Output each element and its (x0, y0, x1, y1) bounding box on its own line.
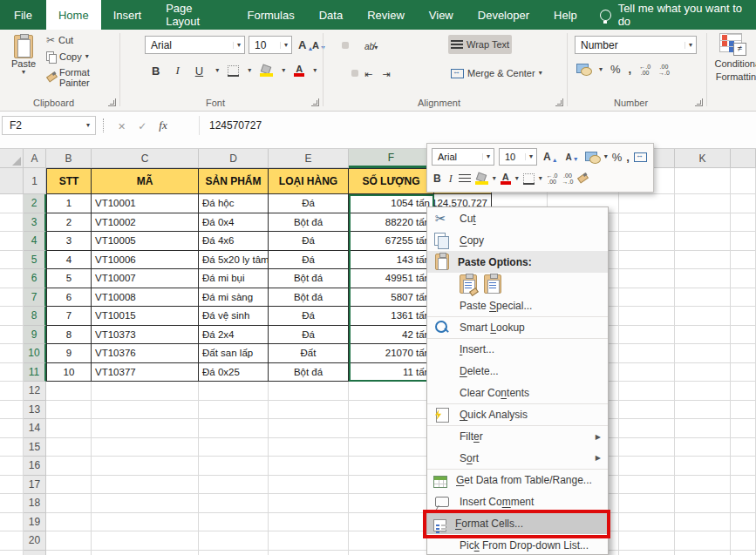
conditional-formatting-button[interactable]: Conditional Formatting (712, 33, 756, 84)
paste-option-icon[interactable] (460, 274, 477, 294)
merge-center-button[interactable]: Merge & Center (448, 64, 545, 83)
tab-file[interactable]: File (0, 0, 46, 30)
tab-view[interactable]: View (417, 0, 466, 30)
cell-C3[interactable]: Đá 0x4 (199, 213, 269, 233)
cell-blank[interactable] (619, 213, 675, 233)
cell-blank[interactable] (269, 494, 349, 513)
cell-A11[interactable]: 10 (46, 363, 92, 382)
cell-blank[interactable] (92, 551, 199, 555)
comma-style-button[interactable]: , (629, 63, 632, 76)
menu-item-sort[interactable]: Sort (427, 447, 608, 469)
menu-item-insert-comment[interactable]: Insert Comment (427, 491, 608, 512)
cell-blank[interactable] (675, 419, 731, 438)
tab-home[interactable]: Home (46, 0, 101, 30)
cut-button[interactable]: Cut (44, 33, 119, 47)
menu-item-filter[interactable]: Filter (427, 425, 608, 447)
menu-item-paste-special[interactable]: Paste Special... (427, 294, 608, 316)
cell-blank[interactable] (731, 531, 756, 551)
chevron-down-icon[interactable] (313, 67, 317, 74)
cell-A2[interactable]: 1 (46, 194, 92, 213)
cell-C7[interactable]: Đá mi sàng (199, 288, 269, 308)
underline-button[interactable]: U (192, 64, 207, 78)
bottom-align-button[interactable] (351, 42, 358, 49)
cell-blank[interactable] (92, 419, 199, 438)
tab-data[interactable]: Data (307, 0, 355, 30)
increase-indent-button[interactable] (378, 62, 393, 85)
cell-blank[interactable] (0, 382, 24, 401)
tab-insert[interactable]: Insert (101, 0, 154, 30)
cell-blank[interactable] (92, 457, 199, 476)
decrease-decimal-button[interactable]: .00 →.0 (658, 64, 670, 76)
cell-blank[interactable] (199, 551, 269, 555)
column-header-D[interactable]: D (199, 149, 269, 168)
cell-blank[interactable] (269, 419, 349, 438)
cell-blank[interactable] (619, 476, 675, 495)
cell-blank[interactable] (675, 288, 731, 308)
cell-blank[interactable] (0, 494, 24, 513)
mini-decrease-decimal-button[interactable]: .00 →.0 (562, 173, 574, 185)
cell-blank[interactable] (0, 194, 24, 213)
cell-blank[interactable] (199, 494, 269, 513)
cell-blank[interactable] (0, 438, 24, 457)
cell-blank[interactable] (675, 168, 731, 194)
cell-blank[interactable] (269, 438, 349, 457)
cell-blank[interactable] (675, 494, 731, 513)
number-dialog-launcher-icon[interactable] (695, 98, 703, 106)
cell-blank[interactable] (731, 551, 756, 555)
cell-blank[interactable] (46, 513, 92, 532)
mini-accounting-format-icon[interactable] (585, 152, 600, 163)
row-header-17[interactable]: 17 (24, 476, 46, 495)
cell-blank[interactable] (0, 531, 24, 551)
cell-D5[interactable]: Đá (269, 251, 349, 270)
cell-blank[interactable] (0, 419, 24, 438)
cell-A4[interactable]: 3 (46, 232, 92, 251)
chevron-down-icon[interactable] (604, 153, 608, 160)
menu-item-paste-option-icons[interactable] (427, 273, 608, 294)
cell-D9[interactable]: Đá (269, 326, 349, 345)
cell-blank[interactable] (675, 269, 731, 288)
wrap-text-button[interactable]: Wrap Text (448, 35, 512, 54)
cell-blank[interactable] (269, 551, 349, 555)
menu-item-get-data[interactable]: Get Data from Table/Range... (427, 469, 608, 491)
tell-me-box[interactable]: Tell me what you want to do (600, 0, 756, 30)
cell-blank[interactable] (0, 213, 24, 233)
cell-B8[interactable]: VT10015 (92, 307, 199, 326)
menu-item-pick-from-list[interactable]: Pick From Drop-down List... (427, 534, 608, 555)
column-header-F[interactable]: F (349, 149, 434, 168)
cell-blank[interactable] (349, 419, 434, 438)
row-header-2[interactable]: 2 (24, 194, 46, 213)
cell-B7[interactable]: VT10008 (92, 288, 199, 308)
paste-button[interactable]: Paste (5, 33, 42, 94)
mini-merge-center-icon[interactable] (634, 152, 647, 162)
cell-blank[interactable] (269, 457, 349, 476)
column-header-col11[interactable] (731, 149, 756, 168)
header-cell-LOẠI HÀNG[interactable]: LOẠI HÀNG (269, 168, 349, 194)
row-header-19[interactable]: 19 (24, 513, 46, 532)
cell-blank[interactable] (199, 438, 269, 457)
cell-blank[interactable] (619, 419, 675, 438)
cell-blank[interactable] (0, 344, 24, 363)
row-header-16[interactable]: 16 (24, 457, 46, 476)
cell-blank[interactable] (731, 232, 756, 251)
column-header-B[interactable]: B (46, 149, 92, 168)
row-header-1[interactable]: 1 (24, 168, 46, 194)
cell-blank[interactable] (349, 382, 434, 401)
mini-font-color-icon[interactable]: A (501, 173, 511, 185)
mini-italic-button[interactable]: I (447, 172, 454, 186)
mini-font-size-combo[interactable]: 10 (499, 148, 537, 166)
tab-page-layout[interactable]: Page Layout (153, 0, 235, 30)
cell-blank[interactable] (731, 419, 756, 438)
menu-item-insert[interactable]: Insert... (427, 338, 608, 360)
cell-blank[interactable] (619, 551, 675, 555)
cell-blank[interactable] (199, 382, 269, 401)
cell-C5[interactable]: Đá 5x20 ly tâm (199, 251, 269, 270)
cell-blank[interactable] (92, 382, 199, 401)
enter-icon[interactable] (138, 118, 146, 133)
cancel-icon[interactable] (118, 118, 126, 133)
cell-A5[interactable]: 4 (46, 251, 92, 270)
chevron-down-icon[interactable] (539, 175, 542, 182)
cell-blank[interactable] (349, 551, 434, 555)
cell-blank[interactable] (731, 251, 756, 270)
cell-C2[interactable]: Đá hộc (199, 194, 269, 213)
mini-fill-color-icon[interactable] (475, 173, 488, 185)
